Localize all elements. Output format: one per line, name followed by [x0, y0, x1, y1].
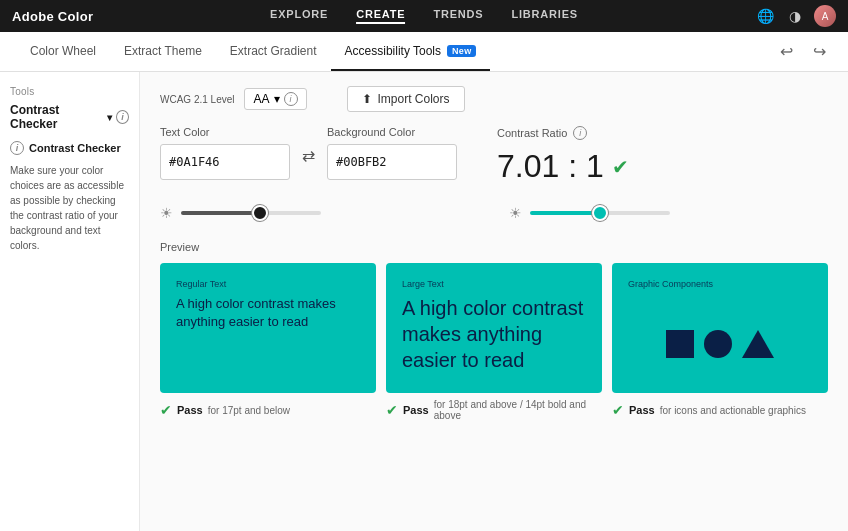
app-logo: Adobe Color: [12, 9, 93, 24]
pass-item-2: ✔ Pass for icons and actionable graphics: [612, 399, 828, 421]
pass-label-1: Pass: [403, 404, 429, 416]
bg-color-slider-group: ☀: [509, 205, 828, 221]
brightness-low-icon: ☀: [160, 205, 173, 221]
top-nav: Adobe Color EXPLORE CREATE TRENDS LIBRAR…: [0, 0, 848, 32]
tools-label: Tools: [10, 86, 129, 97]
pass-detail-0: for 17pt and below: [208, 405, 290, 416]
globe-icon[interactable]: 🌐: [754, 5, 776, 27]
text-color-slider[interactable]: [181, 211, 321, 215]
contrast-info-icon[interactable]: i: [573, 126, 587, 140]
bg-color-label: Background Color: [327, 126, 457, 138]
text-color-slider-group: ☀: [160, 205, 479, 221]
shape-square: [666, 330, 694, 358]
tab-accessibility-tools[interactable]: Accessibility Tools New: [331, 32, 491, 71]
pass-item-0: ✔ Pass for 17pt and below: [160, 399, 376, 421]
pass-check-2-icon: ✔: [612, 402, 624, 418]
sub-nav-tabs: Color Wheel Extract Theme Extract Gradie…: [16, 32, 490, 71]
tab-extract-gradient[interactable]: Extract Gradient: [216, 32, 331, 71]
large-text-label: Large Text: [402, 279, 586, 289]
right-panel: WCAG 2.1 Level AA ▾ i ⬆ Import Colors Te…: [140, 72, 848, 531]
text-color-hex-input[interactable]: [161, 149, 290, 175]
bg-color-slider[interactable]: [530, 211, 670, 215]
contrast-ratio-section: Contrast Ratio i 7.01 : 1 ✔: [497, 126, 629, 185]
wcag-chevron-icon: ▾: [274, 92, 280, 106]
redo-button[interactable]: ↪: [807, 40, 832, 63]
pass-check-icon: ✔: [612, 155, 629, 179]
pass-detail-2: for icons and actionable graphics: [660, 405, 806, 416]
wcag-info-icon[interactable]: i: [284, 92, 298, 106]
tab-libraries[interactable]: LIBRARIES: [511, 8, 577, 24]
import-icon: ⬆: [362, 92, 372, 106]
color-controls: Text Color ⇄ Background Color Contrast R…: [160, 126, 828, 185]
shape-circle: [704, 330, 732, 358]
pass-item-1: ✔ Pass for 18pt and above / 14pt bold an…: [386, 399, 602, 421]
regular-text-label: Regular Text: [176, 279, 360, 289]
regular-text-content: A high color contrast makes anything eas…: [176, 295, 360, 331]
text-color-input-row: [160, 144, 290, 180]
pass-check-1-icon: ✔: [386, 402, 398, 418]
text-color-label: Text Color: [160, 126, 290, 138]
pass-label-0: Pass: [177, 404, 203, 416]
large-text-content: A high color contrast makes anything eas…: [402, 295, 586, 373]
brightness-low-icon-2: ☀: [509, 205, 522, 221]
wcag-label: WCAG 2.1 Level: [160, 94, 234, 105]
bg-color-hex-input[interactable]: [328, 149, 457, 175]
info-icon[interactable]: i: [116, 110, 129, 124]
sub-nav-actions: ↩ ↪: [774, 40, 832, 63]
checker-label: i Contrast Checker: [10, 141, 129, 155]
chevron-down-icon: ▾: [107, 112, 112, 123]
import-colors-button[interactable]: ⬆ Import Colors: [347, 86, 465, 112]
info-circle-icon[interactable]: i: [10, 141, 24, 155]
preview-cards: Regular Text A high color contrast makes…: [160, 263, 828, 393]
tab-create[interactable]: CREATE: [356, 8, 405, 24]
sliders-row: ☀ ☀: [160, 205, 828, 221]
graphic-shapes: [628, 311, 812, 377]
pass-detail-1: for 18pt and above / 14pt bold and above: [434, 399, 602, 421]
contrast-ratio-label: Contrast Ratio i: [497, 126, 629, 140]
tool-select-label: Contrast Checker: [10, 103, 103, 131]
top-nav-tabs: EXPLORE CREATE TRENDS LIBRARIES: [270, 8, 578, 24]
pass-label-2: Pass: [629, 404, 655, 416]
preview-label: Preview: [160, 241, 828, 253]
pass-row: ✔ Pass for 17pt and below ✔ Pass for 18p…: [160, 399, 828, 421]
shape-triangle: [742, 330, 774, 358]
text-color-group: Text Color: [160, 126, 290, 180]
wcag-level-value: AA: [253, 92, 269, 106]
undo-button[interactable]: ↩: [774, 40, 799, 63]
tab-extract-theme[interactable]: Extract Theme: [110, 32, 216, 71]
preview-card-large: Large Text A high color contrast makes a…: [386, 263, 602, 393]
bg-color-group: Background Color: [327, 126, 457, 180]
sub-nav: Color Wheel Extract Theme Extract Gradie…: [0, 32, 848, 72]
sidebar: Tools Contrast Checker ▾ i i Contrast Ch…: [0, 72, 140, 531]
theme-icon[interactable]: ◑: [784, 5, 806, 27]
graphic-label: Graphic Components: [628, 279, 812, 289]
main-content: Tools Contrast Checker ▾ i i Contrast Ch…: [0, 72, 848, 531]
top-nav-right: 🌐 ◑ A: [754, 5, 836, 27]
tab-color-wheel[interactable]: Color Wheel: [16, 32, 110, 71]
preview-card-graphic: Graphic Components: [612, 263, 828, 393]
pass-check-0-icon: ✔: [160, 402, 172, 418]
tab-explore[interactable]: EXPLORE: [270, 8, 328, 24]
wcag-level-select[interactable]: AA ▾ i: [244, 88, 306, 110]
user-avatar[interactable]: A: [814, 5, 836, 27]
swap-colors-icon[interactable]: ⇄: [302, 146, 315, 165]
bg-color-input-row: [327, 144, 457, 180]
contrast-value: 7.01 : 1 ✔: [497, 148, 629, 185]
wcag-row: WCAG 2.1 Level AA ▾ i ⬆ Import Colors: [160, 86, 828, 112]
preview-card-regular: Regular Text A high color contrast makes…: [160, 263, 376, 393]
tab-trends[interactable]: TRENDS: [433, 8, 483, 24]
tool-select[interactable]: Contrast Checker ▾ i: [10, 103, 129, 131]
sidebar-description: Make sure your color choices are as acce…: [10, 163, 129, 253]
new-badge: New: [447, 45, 476, 57]
